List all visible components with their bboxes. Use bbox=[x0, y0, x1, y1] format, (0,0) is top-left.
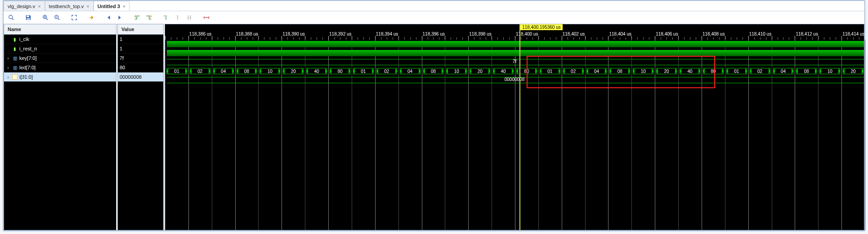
scalar-signal-icon: ▮ bbox=[12, 46, 18, 51]
signal-value: 80 bbox=[120, 65, 125, 70]
ruler-tick-label: 118,390 us bbox=[282, 32, 305, 36]
next-edge-icon[interactable] bbox=[144, 13, 154, 22]
bus-signal-icon: ▥ bbox=[12, 65, 18, 70]
value-row[interactable]: 00000008 bbox=[118, 72, 163, 82]
go-to-cursor-icon[interactable] bbox=[86, 13, 96, 22]
svg-text:+: + bbox=[163, 14, 166, 18]
prev-edge-icon[interactable] bbox=[132, 13, 142, 22]
waveform-lane[interactable]: 0102040810204080010204081020408001020408… bbox=[165, 67, 864, 76]
signal-value: 1 bbox=[120, 46, 122, 51]
svg-line-1 bbox=[12, 18, 14, 20]
value-row[interactable]: 1 bbox=[118, 35, 163, 44]
signal-label: key[7:0] bbox=[19, 55, 37, 61]
value-row[interactable]: 1 bbox=[118, 44, 163, 54]
close-icon[interactable]: × bbox=[38, 4, 40, 9]
close-icon[interactable]: × bbox=[86, 4, 89, 9]
cursor-line[interactable] bbox=[519, 40, 520, 230]
tab-untitled-3[interactable]: Untitled 3 × bbox=[94, 1, 130, 11]
time-ruler[interactable]: 118,400.195360 us 118,386 us118,388 us11… bbox=[165, 24, 864, 40]
bus-segment: 08 bbox=[237, 68, 257, 74]
tab-label: vlg_design.v bbox=[8, 4, 35, 9]
ruler-tick-label: 118,386 us bbox=[189, 32, 212, 36]
ruler-tick-label: 118,406 us bbox=[656, 32, 678, 36]
signal-label: i[31:0] bbox=[19, 74, 33, 80]
bus-value-label: 7f bbox=[165, 59, 864, 64]
go-last-icon[interactable] bbox=[115, 13, 125, 22]
chevron-right-icon[interactable]: › bbox=[6, 65, 10, 70]
signal-row-led[interactable]: › ▥ led[7:0] bbox=[4, 63, 116, 72]
svg-text:−: − bbox=[175, 14, 177, 18]
bus-segment: 02 bbox=[190, 68, 210, 74]
ruler-icon[interactable] bbox=[201, 13, 211, 22]
signal-row-key[interactable]: › ▥ key[7:0] bbox=[4, 54, 116, 63]
ruler-tick-label: 118,408 us bbox=[702, 32, 725, 36]
bus-segment: 08 bbox=[423, 68, 444, 74]
close-icon[interactable]: × bbox=[123, 4, 125, 9]
bus-segment: 04 bbox=[400, 68, 421, 74]
tab-vlg-design[interactable]: vlg_design.v × bbox=[4, 1, 45, 11]
svg-rect-2 bbox=[27, 16, 29, 18]
bus-segment: 40 bbox=[493, 68, 514, 74]
bus-segment: 10 bbox=[260, 68, 280, 74]
signal-value-list: 1 1 7f 80 00000008 bbox=[118, 35, 163, 230]
bus-segment: 20 bbox=[470, 68, 490, 74]
bus-value-label: 00000008 bbox=[165, 77, 864, 82]
signal-name-list: ▮ i_clk ▮ i_rest_n › ▥ key[7:0] bbox=[4, 35, 116, 230]
swap-marker-icon[interactable] bbox=[184, 13, 194, 22]
waveform-lane[interactable]: 7f bbox=[165, 58, 864, 67]
bus-segment: 08 bbox=[609, 68, 630, 74]
bus-segment: 10 bbox=[819, 68, 840, 74]
chevron-right-icon[interactable]: › bbox=[6, 75, 10, 80]
signal-value: 1 bbox=[120, 36, 122, 42]
ruler-tick-label: 118,414 us bbox=[842, 32, 865, 36]
bus-signal-icon bbox=[12, 74, 18, 80]
ruler-tick-label: 118,394 us bbox=[376, 32, 398, 36]
cursor-marker-label[interactable]: 118,400.195360 us bbox=[520, 24, 563, 30]
bus-segment: 40 bbox=[680, 68, 700, 74]
value-row[interactable]: 80 bbox=[118, 63, 163, 72]
bus-segment: 02 bbox=[563, 68, 584, 74]
scalar-signal-icon: ▮ bbox=[12, 36, 18, 42]
waveform-panel[interactable]: 118,400.195360 us 118,386 us118,388 us11… bbox=[165, 24, 864, 230]
svg-line-9 bbox=[58, 18, 60, 20]
tab-label: Untitled 3 bbox=[98, 4, 120, 9]
main-split: Name ▮ i_clk ▮ i_rest_n bbox=[4, 24, 864, 230]
bus-segment: 10 bbox=[633, 68, 653, 74]
bus-segment: 01 bbox=[353, 68, 374, 74]
search-icon[interactable] bbox=[6, 13, 16, 22]
bus-segment: 80 bbox=[330, 68, 350, 74]
bus-segment: 04 bbox=[773, 68, 794, 74]
add-marker-icon[interactable]: + bbox=[161, 13, 171, 22]
chevron-right-icon[interactable]: › bbox=[6, 56, 10, 61]
ruler-tick-label: 118,392 us bbox=[329, 32, 352, 36]
remove-marker-icon[interactable]: − bbox=[173, 13, 183, 22]
tab-testbench-top[interactable]: testbench_top.v × bbox=[45, 1, 94, 11]
bus-segment: 10 bbox=[446, 68, 467, 74]
zoom-in-icon[interactable] bbox=[40, 13, 50, 22]
bus-segment: 04 bbox=[586, 68, 607, 74]
tab-bar: vlg_design.v × testbench_top.v × Untitle… bbox=[4, 1, 864, 11]
signal-row-i[interactable]: › i[31:0] bbox=[4, 72, 116, 82]
bus-segment: 80 bbox=[703, 68, 724, 74]
signal-row-i-rest-n[interactable]: ▮ i_rest_n bbox=[4, 44, 116, 54]
toolbar: + − bbox=[4, 11, 864, 24]
bus-segment: 02 bbox=[376, 68, 397, 74]
signal-row-i-clk[interactable]: ▮ i_clk bbox=[4, 35, 116, 44]
ruler-tick-label: 118,402 us bbox=[563, 32, 585, 36]
go-first-icon[interactable] bbox=[103, 13, 113, 22]
waveform-lane[interactable] bbox=[165, 40, 864, 49]
save-icon[interactable] bbox=[23, 13, 33, 22]
name-header[interactable]: Name bbox=[4, 24, 116, 35]
value-row[interactable]: 7f bbox=[118, 54, 163, 63]
waveform-lane[interactable]: 00000008 bbox=[165, 76, 864, 85]
zoom-fit-icon[interactable] bbox=[69, 13, 79, 22]
value-column: Value 1 1 7f 80 00000008 bbox=[117, 24, 164, 230]
bus-segment: 02 bbox=[750, 68, 770, 74]
svg-line-5 bbox=[46, 18, 48, 20]
waveform-lane[interactable] bbox=[165, 49, 864, 58]
waveform-body[interactable]: 7f01020408102040800102040810204080010204… bbox=[165, 40, 864, 230]
waveform-lane[interactable] bbox=[165, 85, 864, 94]
ruler-tick-label: 118,410 us bbox=[749, 32, 772, 36]
zoom-out-icon[interactable] bbox=[52, 13, 62, 22]
value-header[interactable]: Value bbox=[118, 24, 163, 35]
